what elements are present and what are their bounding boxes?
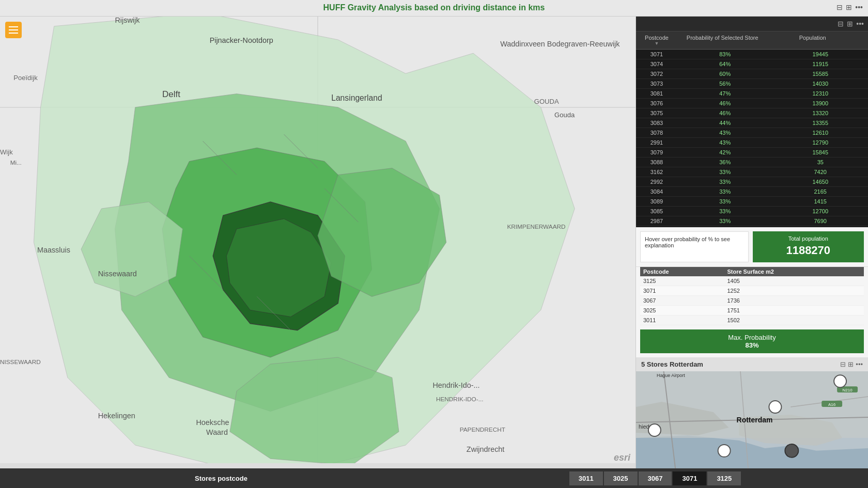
expand-icon[interactable]: ⊞ xyxy=(846,3,852,11)
mini-map-section: 5 Stores Rotterdam ⊟ ⊞ ••• xyxy=(636,357,868,468)
table-row[interactable]: 3071 83% 19445 xyxy=(636,50,868,59)
table-row[interactable]: 3076 46% 13900 xyxy=(636,99,868,108)
cell-postcode: 3073 xyxy=(636,79,677,88)
table-row[interactable]: 3083 44% 13355 xyxy=(636,118,868,128)
postcode-tab-3125[interactable]: 3125 xyxy=(707,471,741,485)
svg-text:Zwijndrecht: Zwijndrecht xyxy=(467,445,505,453)
horizontal-scrollbar[interactable] xyxy=(0,463,636,468)
page-title: HUFF Gravity Analysis based on driving d… xyxy=(323,3,545,12)
table-row[interactable]: 3072 60% 15585 xyxy=(636,69,868,79)
svg-text:Hekelingen: Hekelingen xyxy=(98,412,135,420)
mini-map-svg: A16 N210 Rotterdam The Hague Airport Rot… xyxy=(636,371,868,468)
postcode-tab-3071[interactable]: 3071 xyxy=(673,471,706,485)
cell-postcode: 3079 xyxy=(636,148,677,157)
cell-postcode: 3081 xyxy=(636,89,677,98)
svg-text:A16: A16 xyxy=(828,402,836,407)
cell-population: 1415 xyxy=(773,197,869,206)
cell-probability: 42% xyxy=(677,148,773,157)
max-probability-card: Max. Probability 83% xyxy=(640,329,864,353)
mini-map-more-icon[interactable]: ••• xyxy=(856,360,863,368)
col-probability: Probability of Selected Store xyxy=(677,34,768,47)
table-row[interactable]: 3081 47% 12310 xyxy=(636,89,868,99)
table-row[interactable]: 3073 56% 14030 xyxy=(636,79,868,89)
more-icon[interactable]: ••• xyxy=(855,3,863,11)
table-expand-icon[interactable]: ⊞ xyxy=(847,20,853,28)
svg-text:KRIMPENERWAARD: KRIMPENERWAARD xyxy=(507,223,565,230)
mini-map-controls: ⊟ ⊞ ••• xyxy=(840,360,863,368)
stores-postcode-label: Stores postcode xyxy=(0,475,442,482)
table-row[interactable]: 2992 33% 14650 xyxy=(636,177,868,187)
cell-population: 7690 xyxy=(773,216,869,226)
svg-text:N210: N210 xyxy=(843,388,853,392)
store-surface-row: 3025 1751 xyxy=(640,306,864,316)
store-surface-row: 3067 1736 xyxy=(640,296,864,306)
table-row[interactable]: 3088 36% 35 xyxy=(636,158,868,167)
table-row[interactable]: 3089 33% 1415 xyxy=(636,197,868,207)
svg-text:PAPENDRECHT: PAPENDRECHT xyxy=(460,426,505,433)
table-row[interactable]: 3162 33% 7420 xyxy=(636,167,868,177)
postcode-tab-3011[interactable]: 3011 xyxy=(569,471,603,485)
mini-map-filter-icon[interactable]: ⊟ xyxy=(840,360,846,368)
hover-tooltip: Hover over probability of % to see expla… xyxy=(640,231,749,262)
map-area[interactable]: Rijswijk Zoetermeer Delft Lansingerland … xyxy=(0,17,636,468)
store-surface-section: Postcode Store Surface m2 3125 1405 3071… xyxy=(636,267,868,329)
table-col-headers: Postcode ▼ Probability of Selected Store… xyxy=(636,32,868,50)
table-row[interactable]: 3084 33% 2165 xyxy=(636,187,868,197)
svg-text:Mi...: Mi... xyxy=(10,159,22,166)
sort-icon[interactable]: ▼ xyxy=(655,41,659,46)
table-row[interactable]: 2987 33% 7690 xyxy=(636,216,868,226)
table-row[interactable]: 3078 43% 12610 xyxy=(636,128,868,138)
cell-population: 15845 xyxy=(773,148,869,157)
cell-probability: 46% xyxy=(677,108,773,118)
cell-probability: 33% xyxy=(677,197,773,206)
svg-text:Delft: Delft xyxy=(162,89,180,99)
table-row[interactable]: 3074 64% 11915 xyxy=(636,59,868,69)
table-row[interactable]: 3079 42% 15845 xyxy=(636,148,868,158)
cell-postcode: 2987 xyxy=(636,216,677,226)
cell-population: 13900 xyxy=(773,99,869,108)
cell-postcode: 2992 xyxy=(636,177,677,186)
col-store-surface: Store Surface m2 xyxy=(724,267,864,276)
table-row[interactable]: 2991 43% 12790 xyxy=(636,138,868,148)
svg-text:Hoeksche: Hoeksche xyxy=(196,418,229,427)
cell-population: 15585 xyxy=(773,69,869,78)
postcode-tab-3067[interactable]: 3067 xyxy=(639,471,672,485)
store-postcode-cell: 3067 xyxy=(640,296,724,306)
svg-text:Lansingerland: Lansingerland xyxy=(331,93,382,102)
store-surface-row: 3011 1502 xyxy=(640,316,864,325)
store-postcode-cell: 3025 xyxy=(640,306,724,316)
mini-map-canvas[interactable]: A16 N210 Rotterdam The Hague Airport Rot… xyxy=(636,371,868,468)
table-row[interactable]: 3085 33% 12700 xyxy=(636,207,868,216)
mini-map-header: 5 Stores Rotterdam ⊟ ⊞ ••• xyxy=(636,357,868,371)
cell-population: 13320 xyxy=(773,108,869,118)
cell-postcode: 2991 xyxy=(636,138,677,147)
svg-text:Rotterdam: Rotterdam xyxy=(737,416,773,424)
info-panel: Hover over probability of % to see expla… xyxy=(636,227,868,267)
svg-text:Nissewaard: Nissewaard xyxy=(98,270,137,278)
esri-logo: esri xyxy=(614,452,630,463)
svg-text:GOUDA: GOUDA xyxy=(534,98,559,105)
cell-population: 2165 xyxy=(773,187,869,196)
table-filter-icon[interactable]: ⊟ xyxy=(838,20,844,28)
table-row[interactable]: 3075 46% 13320 xyxy=(636,108,868,118)
postcode-tab-3025[interactable]: 3025 xyxy=(604,471,638,485)
cell-probability: 33% xyxy=(677,187,773,196)
mini-map-expand-icon[interactable]: ⊞ xyxy=(848,360,854,368)
svg-text:Gouda: Gouda xyxy=(554,111,575,119)
filter-icon[interactable]: ⊟ xyxy=(836,3,843,11)
table-more-icon[interactable]: ••• xyxy=(856,20,864,28)
store-surface-cell: 1736 xyxy=(724,296,864,306)
cell-probability: 56% xyxy=(677,79,773,88)
postcode-tabs: 30113025306730713125 xyxy=(442,471,868,485)
menu-button[interactable] xyxy=(5,22,22,38)
svg-text:Maassluis: Maassluis xyxy=(37,246,70,254)
table-body[interactable]: 3071 83% 19445 3074 64% 11915 3072 60% 1… xyxy=(636,50,868,227)
cell-probability: 36% xyxy=(677,158,773,167)
total-pop-value: 1188270 xyxy=(759,244,858,257)
svg-point-63 xyxy=(834,375,846,387)
header-controls: ⊟ ⊞ ••• xyxy=(836,3,863,11)
svg-text:Rijswijk: Rijswijk xyxy=(115,17,140,24)
cell-postcode: 3083 xyxy=(636,118,677,128)
table-header-row: ⊟ ⊞ ••• xyxy=(636,17,868,32)
data-table-section: ⊟ ⊞ ••• Postcode ▼ Probability of Select… xyxy=(636,17,868,227)
